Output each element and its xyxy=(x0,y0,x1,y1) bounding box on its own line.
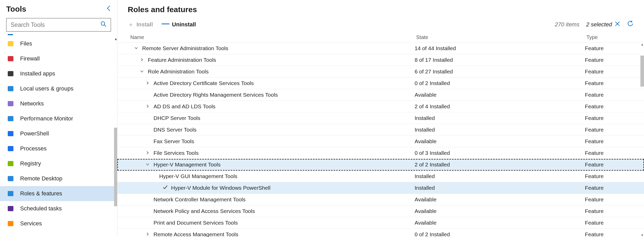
sidebar-title: Tools xyxy=(6,5,26,13)
chevron-right-icon[interactable] xyxy=(142,80,154,86)
row-name: Remote Server Administration Tools xyxy=(142,45,228,51)
svg-point-0 xyxy=(101,22,105,25)
chevron-down-icon[interactable] xyxy=(136,69,148,75)
table-scrollbar[interactable] xyxy=(640,56,644,87)
search-box[interactable] xyxy=(6,18,111,32)
sidebar-item-label: Roles & features xyxy=(20,190,62,197)
table-row[interactable]: Role Administration Tools6 of 27 Install… xyxy=(117,66,644,78)
row-type: Feature xyxy=(585,196,644,203)
row-name: Remote Access Management Tools xyxy=(154,231,238,237)
process-icon xyxy=(7,145,14,152)
row-name: Active Directory Certificate Services To… xyxy=(154,80,254,86)
search-icon[interactable] xyxy=(100,21,107,29)
row-type: Feature xyxy=(585,45,644,51)
firewall-icon xyxy=(7,55,14,62)
refresh-icon[interactable] xyxy=(627,20,634,29)
search-input[interactable] xyxy=(11,21,100,28)
sidebar-item-label: Scheduled tasks xyxy=(20,205,62,212)
sidebar-item-powershell[interactable]: PowerShell xyxy=(0,126,117,141)
sidebar-item-local-users-groups[interactable]: Local users & groups xyxy=(0,81,117,96)
row-type: Feature xyxy=(585,231,644,237)
chevron-down-icon[interactable] xyxy=(142,162,154,168)
row-name: Role Administration Tools xyxy=(148,68,208,75)
sidebar-item-services[interactable]: Services xyxy=(0,216,117,231)
sidebar-item-label: Registry xyxy=(20,160,41,167)
table-row[interactable]: Hyper-V Management Tools2 of 2 Installed… xyxy=(117,159,644,171)
row-name: Hyper-V Management Tools xyxy=(154,162,221,168)
row-type: Feature xyxy=(585,208,644,214)
main-pane: Roles and features ＋ Install — Uninstall… xyxy=(117,0,644,237)
chevron-right-icon[interactable] xyxy=(142,232,154,237)
sidebar-item-processes[interactable]: Processes xyxy=(0,141,117,156)
table-scroll-down-icon[interactable]: ▼ xyxy=(640,233,644,237)
tools-sidebar: Tools ▲ FilesFirewallInstalled appsLocal… xyxy=(0,0,117,237)
table-row[interactable]: Network Policy and Access Services Tools… xyxy=(117,205,644,217)
table-row[interactable]: DHCP Server ToolsInstalledFeature xyxy=(117,112,644,124)
sidebar-item-firewall[interactable]: Firewall xyxy=(0,51,117,66)
table-row[interactable]: Hyper-V Module for Windows PowerShellIns… xyxy=(117,182,644,194)
sidebar-item-scheduled-tasks[interactable]: Scheduled tasks xyxy=(0,201,117,216)
row-state: Installed xyxy=(415,185,585,191)
sidebar-item-label: Local users & groups xyxy=(20,85,74,92)
row-state: Available xyxy=(415,208,585,214)
row-name: AD DS and AD LDS Tools xyxy=(154,103,215,110)
chevron-right-icon[interactable] xyxy=(136,57,148,63)
table-row[interactable]: AD DS and AD LDS Tools2 of 4 InstalledFe… xyxy=(117,101,644,112)
row-type: Feature xyxy=(585,150,644,156)
powershell-icon xyxy=(7,130,14,137)
row-state: 0 of 3 Installed xyxy=(415,150,585,156)
col-state[interactable]: State xyxy=(416,34,586,40)
sidebar-item-label: Networks xyxy=(20,100,44,107)
row-state: Installed xyxy=(415,115,585,121)
clear-selection-icon[interactable] xyxy=(615,21,620,28)
row-type: Feature xyxy=(585,103,644,110)
row-state: 14 of 44 Installed xyxy=(415,45,585,51)
chevron-down-icon[interactable] xyxy=(130,45,142,51)
table-row[interactable]: File Services Tools0 of 3 InstalledFeatu… xyxy=(117,147,644,159)
scroll-up-icon[interactable]: ▲ xyxy=(114,37,117,41)
row-state: 8 of 17 Installed xyxy=(415,57,585,63)
table-row[interactable]: Print and Document Services ToolsAvailab… xyxy=(117,217,644,229)
row-state: 6 of 27 Installed xyxy=(415,68,585,75)
sidebar-item-registry[interactable]: Registry xyxy=(0,156,117,171)
sidebar-item-installed-apps[interactable]: Installed apps xyxy=(0,66,117,81)
table-row[interactable]: DNS Server ToolsInstalledFeature xyxy=(117,124,644,136)
sidebar-item-remote-desktop[interactable]: Remote Desktop xyxy=(0,171,117,186)
chevron-right-icon[interactable] xyxy=(142,150,154,156)
table-row[interactable]: Active Directory Rights Management Servi… xyxy=(117,89,644,101)
row-name: Hyper-V GUI Management Tools xyxy=(159,173,237,179)
row-name: Network Policy and Access Services Tools xyxy=(154,208,255,214)
sidebar-item-files[interactable]: Files xyxy=(0,36,117,51)
row-state: Available xyxy=(415,220,585,226)
sidebar-item-performance-monitor[interactable]: Performance Monitor xyxy=(0,111,117,126)
row-name: DHCP Server Tools xyxy=(154,115,200,121)
sidebar-item-networks[interactable]: Networks xyxy=(0,96,117,111)
row-state: 2 of 2 Installed xyxy=(415,162,585,168)
row-state: Available xyxy=(415,138,585,144)
roles-icon xyxy=(7,190,14,197)
uninstall-button[interactable]: — Uninstall xyxy=(162,21,196,28)
selected-count: 2 selected xyxy=(586,21,612,28)
row-name: DNS Server Tools xyxy=(154,127,197,133)
chevron-right-icon[interactable] xyxy=(142,104,154,110)
item-count: 270 items xyxy=(555,21,579,28)
collapse-sidebar-icon[interactable] xyxy=(106,5,111,13)
users-icon xyxy=(7,85,14,92)
col-name[interactable]: Name xyxy=(130,34,416,40)
sidebar-item-roles-features[interactable]: Roles & features xyxy=(0,186,117,201)
table-row[interactable]: Remote Server Administration Tools14 of … xyxy=(117,43,644,54)
table-row[interactable]: Network Controller Management ToolsAvail… xyxy=(117,194,644,205)
table-row[interactable]: Fax Server ToolsAvailableFeature xyxy=(117,136,644,147)
table-row[interactable]: Hyper-V GUI Management ToolsInstalledFea… xyxy=(117,171,644,182)
table-row[interactable]: Active Directory Certificate Services To… xyxy=(117,78,644,89)
table-row[interactable]: Feature Administration Tools8 of 17 Inst… xyxy=(117,54,644,66)
col-type[interactable]: Type xyxy=(586,34,634,40)
table-scroll-up-icon[interactable]: ▲ xyxy=(640,43,644,46)
sidebar-item-label: PowerShell xyxy=(20,130,49,137)
sidebar-scrollbar[interactable] xyxy=(114,128,117,206)
sidebar-item-label: Files xyxy=(20,40,32,47)
network-icon xyxy=(7,100,14,107)
table-row[interactable]: Remote Access Management Tools0 of 2 Ins… xyxy=(117,229,644,237)
row-state: Installed xyxy=(415,127,585,133)
row-type: Feature xyxy=(585,162,644,168)
